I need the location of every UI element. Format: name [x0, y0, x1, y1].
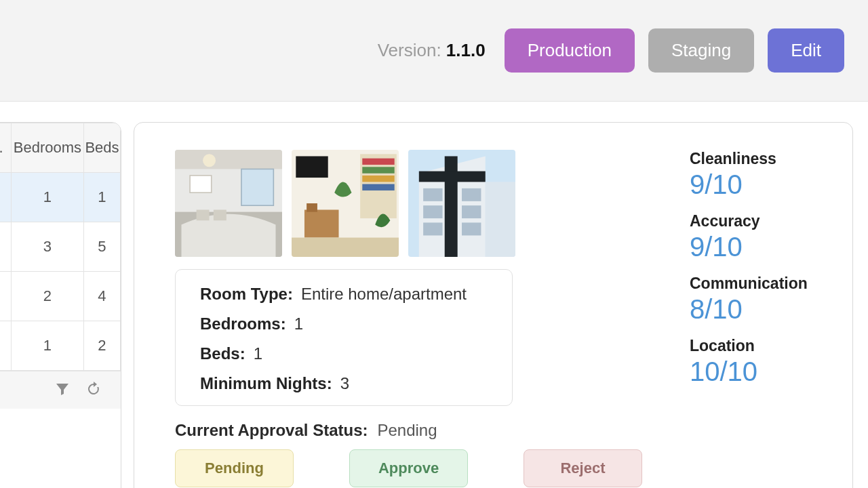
edit-button[interactable]: Edit — [768, 28, 844, 73]
table-row[interactable]: 1 2 — [0, 321, 121, 371]
score-label: Cleanliness — [690, 150, 825, 168]
score-label: Location — [690, 337, 825, 355]
svg-rect-25 — [423, 222, 442, 235]
staging-button[interactable]: Staging — [648, 28, 754, 73]
row-cell-bedrooms: 1 — [12, 321, 84, 371]
svg-rect-23 — [423, 188, 442, 201]
svg-rect-18 — [292, 238, 399, 257]
detail-column: Room Type: Entire home/apartment Bedroom… — [175, 150, 642, 487]
row-cell-bedrooms: 3 — [12, 222, 84, 272]
svg-rect-10 — [296, 156, 328, 178]
refresh-icon[interactable] — [85, 381, 102, 400]
reject-button[interactable]: Reject — [524, 449, 642, 487]
approve-button[interactable]: Approve — [349, 449, 468, 487]
svg-rect-29 — [486, 182, 515, 257]
version-display: Version: 1.1.0 — [378, 40, 486, 61]
score-value: 9/10 — [690, 169, 825, 200]
min-nights-value: 3 — [340, 374, 349, 393]
col-header-bedrooms[interactable]: Bedrooms — [12, 123, 84, 173]
svg-rect-16 — [304, 209, 339, 237]
svg-rect-5 — [190, 176, 212, 192]
version-label: Version: — [378, 40, 441, 60]
approval-actions: Pending Approve Reject — [175, 449, 642, 487]
production-button[interactable]: Production — [505, 28, 635, 73]
score-label: Communication — [690, 274, 825, 293]
bedroom-photo[interactable] — [175, 150, 282, 257]
score-cleanliness: Cleanliness 9/10 — [690, 150, 825, 200]
approval-status-value: Pending — [377, 421, 437, 440]
pending-button[interactable]: Pending — [175, 449, 294, 487]
main-area: . Bedrooms Beds 1 1 3 5 2 — [0, 102, 868, 488]
score-value: 10/10 — [690, 357, 825, 387]
svg-rect-27 — [462, 205, 481, 218]
listings-table-panel: . Bedrooms Beds 1 1 3 5 2 — [0, 122, 121, 488]
row-cell-bedrooms: 1 — [12, 173, 84, 222]
table-row[interactable]: 3 5 — [0, 222, 121, 272]
score-communication: Communication 8/10 — [690, 274, 825, 325]
approval-status-label: Current Approval Status: — [175, 421, 368, 440]
svg-rect-15 — [362, 184, 394, 190]
approval-status: Current Approval Status: Pending — [175, 421, 642, 440]
beds-label: Beds: — [200, 344, 245, 363]
svg-rect-17 — [307, 203, 317, 212]
table-row[interactable]: 1 1 — [0, 173, 121, 222]
beds-value: 1 — [254, 344, 262, 363]
bedrooms-label: Bedrooms: — [200, 314, 286, 333]
svg-rect-14 — [362, 176, 394, 182]
svg-rect-24 — [423, 205, 442, 218]
svg-rect-8 — [214, 209, 226, 220]
room-type-label: Room Type: — [200, 285, 293, 304]
version-number: 1.1.0 — [446, 40, 486, 60]
score-accuracy: Accuracy 9/10 — [690, 212, 825, 262]
svg-rect-3 — [241, 169, 273, 205]
svg-rect-22 — [419, 171, 486, 182]
svg-rect-1 — [175, 150, 282, 169]
row-cell-trunc — [0, 272, 12, 321]
row-cell-beds: 4 — [83, 272, 120, 321]
table-footer — [0, 371, 121, 409]
score-location: Location 10/10 — [690, 337, 825, 387]
building-exterior-photo[interactable] — [408, 150, 515, 257]
min-nights-label: Minimum Nights: — [200, 374, 332, 393]
row-cell-trunc — [0, 173, 12, 222]
svg-rect-28 — [462, 222, 481, 235]
detail-panel: Room Type: Entire home/apartment Bedroom… — [134, 122, 853, 488]
row-cell-trunc — [0, 321, 12, 371]
header-bar: Version: 1.1.0 Production Staging Edit — [0, 0, 868, 102]
row-cell-trunc — [0, 222, 12, 272]
svg-rect-26 — [462, 188, 481, 201]
row-cell-beds: 2 — [83, 321, 120, 371]
bedrooms-value: 1 — [294, 314, 303, 333]
svg-rect-7 — [197, 209, 210, 220]
room-type-value: Entire home/apartment — [301, 285, 467, 304]
livingroom-photo[interactable] — [292, 150, 399, 257]
score-value: 8/10 — [690, 294, 825, 325]
row-cell-bedrooms: 2 — [12, 272, 84, 321]
row-cell-beds: 1 — [83, 173, 120, 222]
svg-point-2 — [203, 154, 216, 167]
scores-column: Cleanliness 9/10 Accuracy 9/10 Communica… — [690, 150, 825, 487]
svg-rect-13 — [362, 167, 394, 173]
row-cell-beds: 5 — [83, 222, 120, 272]
filter-icon[interactable] — [54, 381, 71, 400]
col-header-trunc[interactable]: . — [0, 123, 12, 173]
score-value: 9/10 — [690, 232, 825, 262]
listing-info-box: Room Type: Entire home/apartment Bedroom… — [175, 269, 513, 406]
table-row[interactable]: 2 4 — [0, 272, 121, 321]
listing-photos — [175, 150, 642, 257]
score-label: Accuracy — [690, 212, 825, 230]
svg-rect-12 — [362, 159, 394, 165]
col-header-beds[interactable]: Beds — [83, 123, 120, 173]
listings-table: . Bedrooms Beds 1 1 3 5 2 — [0, 123, 121, 371]
